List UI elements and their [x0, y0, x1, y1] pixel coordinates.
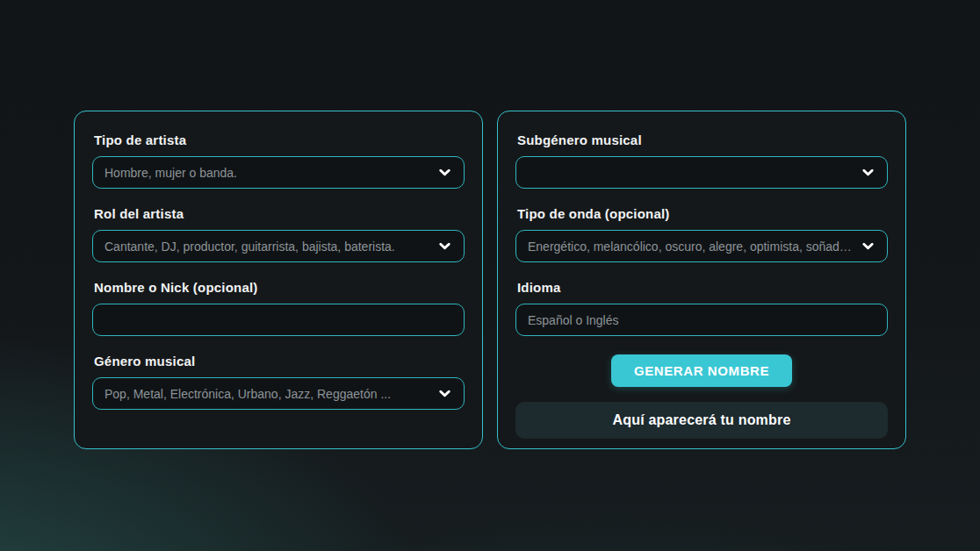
- vibe-select[interactable]: Energético, melancólico, oscuro, alegre,…: [515, 230, 888, 262]
- music-genre-select[interactable]: Pop, Metal, Electrónica, Urbano, Jazz, R…: [92, 377, 465, 410]
- chevron-down-icon: [861, 165, 876, 180]
- chevron-down-icon: [437, 239, 452, 254]
- field-group-nickname: Nombre o Nick (opcional): [92, 280, 465, 336]
- generator-panel: Subgénero musical Tipo de onda (opcional…: [497, 111, 906, 449]
- field-group-music-genre: Género musical Pop, Metal, Electrónica, …: [92, 354, 465, 410]
- nickname-input[interactable]: [92, 304, 465, 336]
- result-name-box: Aquí aparecerá tu nombre: [515, 402, 888, 439]
- chevron-down-icon: [437, 386, 452, 401]
- vibe-select-placeholder: Energético, melancólico, oscuro, alegre,…: [528, 240, 854, 254]
- field-group-artist-role: Rol del artista Cantante, DJ, productor,…: [92, 206, 465, 262]
- language-input[interactable]: [515, 304, 888, 336]
- chevron-down-icon: [861, 239, 876, 254]
- music-genre-label: Género musical: [94, 354, 465, 369]
- artist-role-select[interactable]: Cantante, DJ, productor, guitarrista, ba…: [92, 230, 465, 262]
- artist-type-select[interactable]: Hombre, mujer o banda.: [92, 156, 465, 189]
- artist-type-select-placeholder: Hombre, mujer o banda.: [104, 166, 430, 180]
- artist-role-select-placeholder: Cantante, DJ, productor, guitarrista, ba…: [104, 240, 430, 254]
- artist-form-panel: Tipo de artista Hombre, mujer o banda. R…: [74, 111, 483, 449]
- generate-name-button[interactable]: GENERAR NOMBRE: [611, 354, 792, 387]
- field-group-language: Idioma: [515, 280, 888, 336]
- nickname-label: Nombre o Nick (opcional): [94, 280, 465, 295]
- artist-type-label: Tipo de artista: [94, 132, 465, 147]
- field-group-subgenre: Subgénero musical: [515, 132, 888, 189]
- vibe-label: Tipo de onda (opcional): [517, 206, 888, 221]
- generate-button-row: GENERAR NOMBRE: [515, 354, 888, 387]
- subgenre-select[interactable]: [515, 156, 888, 189]
- field-group-artist-type: Tipo de artista Hombre, mujer o banda.: [92, 132, 465, 189]
- chevron-down-icon: [437, 165, 452, 180]
- field-group-vibe: Tipo de onda (opcional) Energético, mela…: [515, 206, 888, 262]
- music-genre-select-placeholder: Pop, Metal, Electrónica, Urbano, Jazz, R…: [104, 387, 430, 401]
- artist-role-label: Rol del artista: [94, 206, 465, 221]
- language-label: Idioma: [517, 280, 888, 295]
- subgenre-label: Subgénero musical: [517, 132, 888, 147]
